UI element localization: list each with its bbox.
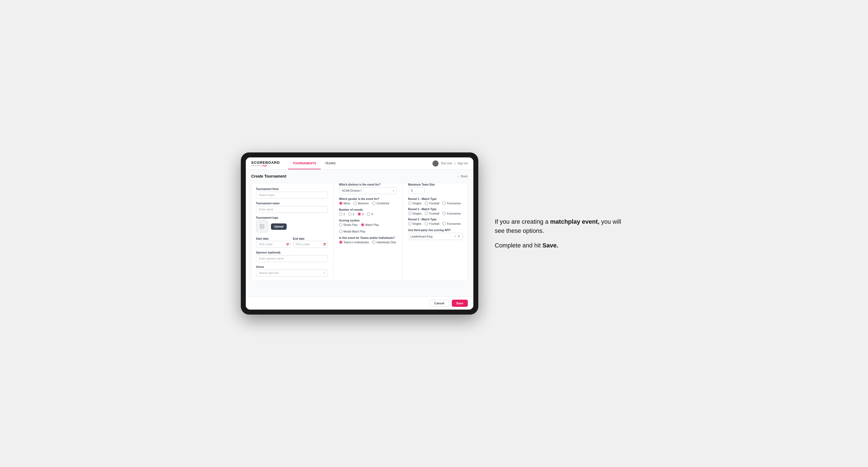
api-value: Leaderboard King	[411, 235, 433, 238]
teams-radio-group: Teams (+Individuals) Individuals Only	[339, 241, 397, 244]
sign-out-link[interactable]: Sign out	[458, 162, 468, 165]
round1-label: Round 1 - Match Type	[408, 197, 463, 200]
division-select[interactable]: NCAA Division I	[339, 187, 397, 194]
gender-combined[interactable]: Combined	[372, 201, 389, 205]
round1-foursomes[interactable]: Foursomes	[442, 201, 461, 205]
round2-foursomes[interactable]: Foursomes	[442, 212, 461, 215]
scoring-label: Scoring system	[339, 219, 397, 222]
gender-womens-label: Womens	[358, 202, 369, 205]
round2-foursomes-radio[interactable]	[442, 212, 446, 215]
round1-singles[interactable]: Singles	[408, 201, 422, 205]
medal-match-play-label: Medal Match Play	[344, 230, 365, 233]
round3-singles[interactable]: Singles	[408, 222, 422, 225]
round-1[interactable]: 1	[339, 212, 345, 216]
main-content: Create Tournament ← Back Tournament Host…	[246, 169, 473, 297]
teams-individuals[interactable]: Teams (+Individuals)	[339, 241, 369, 244]
gender-combined-radio[interactable]	[372, 201, 375, 205]
match-play[interactable]: Match Play	[361, 223, 379, 226]
round2-singles[interactable]: Singles	[408, 212, 422, 215]
stroke-play[interactable]: Stroke Play	[339, 223, 358, 226]
gender-womens[interactable]: Womens	[353, 201, 369, 205]
cancel-button[interactable]: Cancel	[430, 300, 449, 307]
annotation-area: If you are creating a matchplay event, y…	[495, 217, 627, 250]
individuals-only[interactable]: Individuals Only	[372, 241, 396, 244]
round3-singles-label: Singles	[412, 222, 422, 225]
division-label: Which division is the event for?	[339, 183, 397, 186]
api-group: Use third-party live scoring API? Leader…	[408, 229, 463, 240]
gender-mens-radio[interactable]	[339, 201, 342, 205]
gender-label: Which gender is the event for?	[339, 197, 397, 200]
round-4-label: 4	[371, 213, 373, 216]
round2-fourball-radio[interactable]	[425, 212, 428, 215]
api-close-icon[interactable]: × ▼	[454, 235, 460, 238]
right-section: Maximum Team Size Round 1 - Match Type S…	[402, 183, 463, 281]
round1-singles-radio[interactable]	[408, 201, 411, 205]
upload-button[interactable]: Upload	[271, 223, 287, 230]
nav-teams[interactable]: TEAMS	[321, 157, 340, 169]
venue-group: Venue	[256, 266, 328, 276]
round-2-radio[interactable]	[348, 212, 351, 216]
round2-singles-radio[interactable]	[408, 212, 411, 215]
sponsor-input[interactable]	[256, 255, 328, 262]
gender-mens[interactable]: Mens	[339, 201, 350, 205]
round1-fourball-label: Fourball	[429, 202, 439, 205]
round2-singles-label: Singles	[412, 212, 422, 215]
teams-label: Is this event for Teams and/or Individua…	[339, 237, 397, 240]
stroke-play-radio[interactable]	[339, 223, 342, 226]
round3-fourball[interactable]: Fourball	[425, 222, 439, 225]
venue-input[interactable]	[256, 270, 328, 276]
max-team-size-label: Maximum Team Size	[408, 183, 463, 186]
powered-by: Powered by clippi	[251, 165, 280, 166]
round-4-radio[interactable]	[367, 212, 370, 216]
round-1-radio[interactable]	[339, 212, 342, 216]
tablet-frame: SCOREBOARD Powered by clippi TOURNAMENTS…	[241, 152, 478, 315]
left-section: Tournament Host Tournament name Tourname…	[256, 188, 328, 276]
tournament-name-input[interactable]	[256, 206, 328, 213]
navbar-right: Test User | Sign out	[432, 160, 468, 166]
save-button[interactable]: Save	[452, 300, 468, 307]
gender-combined-label: Combined	[376, 202, 389, 205]
teams-individuals-radio[interactable]	[339, 241, 342, 244]
match-type-section: Round 1 - Match Type Singles Fourball	[408, 197, 463, 225]
round3-singles-radio[interactable]	[408, 222, 411, 225]
back-link[interactable]: ← Back	[457, 175, 468, 178]
pipe: |	[455, 162, 456, 165]
gender-womens-radio[interactable]	[353, 201, 357, 205]
page-title: Create Tournament	[251, 174, 286, 178]
round-4[interactable]: 4	[367, 212, 373, 216]
round1-fourball-radio[interactable]	[425, 201, 428, 205]
start-date-wrapper: 📅	[256, 241, 291, 248]
stroke-play-label: Stroke Play	[344, 223, 358, 226]
round-3[interactable]: 3	[358, 212, 364, 216]
round1-foursomes-label: Foursomes	[447, 202, 461, 205]
round3-foursomes-label: Foursomes	[447, 222, 461, 225]
brand: SCOREBOARD Powered by clippi	[251, 160, 280, 166]
max-team-size-input[interactable]	[408, 187, 425, 194]
calendar-icon: 📅	[286, 243, 289, 246]
medal-match-play-radio[interactable]	[339, 230, 342, 233]
rounds-radio-group: 1 2 3	[339, 212, 397, 216]
round3-fourball-radio[interactable]	[425, 222, 428, 225]
round3-foursomes-radio[interactable]	[442, 222, 446, 225]
avatar	[432, 160, 439, 166]
rounds-group: Number of rounds 1 2	[339, 208, 397, 216]
form-footer: Cancel Save	[246, 297, 473, 310]
match-play-radio[interactable]	[361, 223, 364, 226]
nav-tournaments[interactable]: TOURNAMENTS	[288, 157, 320, 169]
round1-fourball[interactable]: Fourball	[425, 201, 439, 205]
round3-fourball-label: Fourball	[429, 222, 439, 225]
page-header: Create Tournament ← Back	[251, 174, 468, 178]
individuals-only-label: Individuals Only	[376, 241, 396, 244]
round-3-radio[interactable]	[358, 212, 361, 216]
teams-group: Is this event for Teams and/or Individua…	[339, 237, 397, 244]
round3-foursomes[interactable]: Foursomes	[442, 222, 461, 225]
tournament-host-input[interactable]	[256, 192, 328, 198]
round1-foursomes-radio[interactable]	[442, 201, 446, 205]
max-team-size-group: Maximum Team Size	[408, 183, 463, 194]
round-3-label: 3	[362, 213, 364, 216]
round2-fourball[interactable]: Fourball	[425, 212, 439, 215]
individuals-only-radio[interactable]	[372, 241, 375, 244]
brand-sponsor: clippi	[262, 165, 267, 166]
medal-match-play[interactable]: Medal Match Play	[339, 230, 365, 233]
round-2[interactable]: 2	[348, 212, 354, 216]
